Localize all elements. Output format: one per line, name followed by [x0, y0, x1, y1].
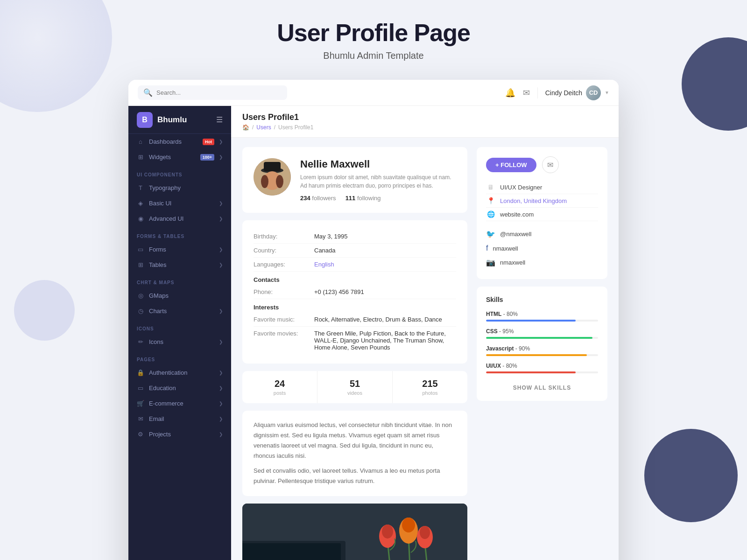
- sidebar-item-forms[interactable]: ▭ Forms ❯: [128, 242, 231, 257]
- detail-birthday: Birthday: May 3, 1995: [254, 230, 456, 244]
- detail-country: Country: Canada: [254, 244, 456, 258]
- chevron-icon: ❯: [219, 201, 223, 206]
- divider: [537, 87, 538, 98]
- section-label-forms: Forms & Tables: [128, 226, 231, 242]
- location-value: London, United Kingdom: [500, 197, 567, 204]
- search-input[interactable]: [156, 89, 282, 96]
- sidebar-item-typography[interactable]: T Typography: [128, 180, 231, 196]
- sidebar-label: Widgets: [149, 154, 196, 161]
- svg-point-15: [402, 518, 415, 532]
- sidebar-label: Authentication: [149, 369, 214, 376]
- advanced-ui-icon: ◉: [137, 215, 144, 222]
- mail-button[interactable]: ✉: [542, 156, 559, 173]
- breadcrumb: 🏠 / Users / Users Profile1: [242, 124, 607, 131]
- notification-icon[interactable]: 🔔: [505, 88, 515, 98]
- skill-uiux-bar-fill: [486, 371, 576, 373]
- profile-name: Nellie Maxwell: [300, 158, 456, 170]
- breadcrumb-current: Users Profile1: [278, 124, 313, 131]
- sidebar-label: Projects: [149, 431, 214, 438]
- phone-value: +0 (123) 456 7891: [314, 288, 364, 295]
- topbar-icons: 🔔 ✉ Cindy Deitch CD ▼: [505, 85, 609, 100]
- chevron-icon: ❯: [219, 216, 223, 221]
- monitor-icon: 🖥: [486, 183, 495, 191]
- typography-icon: T: [137, 184, 144, 191]
- movies-value: The Green Mile, Pulp Fiction, Back to th…: [314, 330, 456, 351]
- chevron-icon: ❯: [219, 401, 223, 406]
- sidebar-item-gmaps[interactable]: ◎ GMaps: [128, 288, 231, 303]
- sidebar-item-ecommerce[interactable]: 🛒 E-commerce ❯: [128, 396, 231, 411]
- education-icon: ▭: [137, 385, 144, 392]
- posts-number: 24: [250, 378, 310, 389]
- skill-html-label: HTML - 80%: [486, 311, 598, 317]
- search-bar[interactable]: 🔍: [138, 85, 287, 100]
- chevron-icon: ❯: [219, 370, 223, 375]
- chevron-icon: ❯: [219, 154, 223, 160]
- sidebar-item-email[interactable]: ✉ Email ❯: [128, 411, 231, 427]
- sidebar-item-basic-ui[interactable]: ◈ Basic UI ❯: [128, 196, 231, 211]
- skill-css: CSS - 95%: [486, 328, 598, 339]
- detail-languages: Languages: English: [254, 258, 456, 272]
- projects-icon: ⚙: [137, 431, 144, 438]
- browser-window: 🔍 🔔 ✉ Cindy Deitch CD ▼ B Bhumlu: [128, 80, 619, 560]
- profile-image-card: [242, 504, 467, 560]
- facebook-row: f nmaxwell: [486, 241, 598, 255]
- user-menu[interactable]: Cindy Deitch CD ▼: [545, 85, 609, 100]
- social-links: 🐦 @nmaxwell f nmaxwell 📷 nmaxwell: [486, 227, 598, 270]
- sidebar-label: Email: [149, 415, 214, 422]
- skill-uiux-label: UI/UX - 80%: [486, 363, 598, 369]
- sidebar-item-tables[interactable]: ⊞ Tables ❯: [128, 257, 231, 273]
- photos-label: photos: [400, 390, 460, 396]
- svg-point-5: [276, 175, 283, 188]
- chevron-icon: ❯: [219, 308, 223, 314]
- sidebar-label: Advanced UI: [149, 215, 214, 222]
- chevron-icon: ❯: [219, 262, 223, 267]
- skill-html-bar-bg: [486, 320, 598, 322]
- facebook-handle: nmaxwell: [493, 245, 518, 252]
- location-icon: 📍: [486, 197, 495, 204]
- chevron-icon: ❯: [219, 139, 223, 144]
- profile-content-area: Nellie Maxwell Lorem ipsum dolor sit ame…: [231, 138, 619, 560]
- chevron-icon: ❯: [219, 385, 223, 391]
- sidebar-item-dashboards[interactable]: ⌂ Dashboards Hot ❯: [128, 134, 231, 149]
- hamburger-icon[interactable]: ☰: [216, 115, 223, 124]
- breadcrumb-home[interactable]: 🏠: [242, 124, 249, 131]
- show-all-skills-button[interactable]: SHOW ALL SKILLS: [486, 380, 598, 391]
- forms-icon: ▭: [137, 246, 144, 253]
- count-badge: 100+: [200, 154, 214, 161]
- skill-uiux-bar-bg: [486, 371, 598, 373]
- chevron-icon: ❯: [219, 416, 223, 421]
- search-icon: 🔍: [143, 88, 153, 97]
- skill-js-bar-fill: [486, 354, 587, 356]
- profile-info: Nellie Maxwell Lorem ipsum dolor sit ame…: [300, 158, 456, 202]
- detail-phone: Phone: +0 (123) 456 7891: [254, 285, 456, 299]
- follow-row: + FOLLOW ✉: [486, 156, 598, 173]
- svg-point-13: [382, 525, 393, 539]
- avatar: CD: [586, 85, 601, 100]
- widgets-icon: ⊞: [137, 154, 144, 161]
- app-layout: B Bhumlu ☰ ⌂ Dashboards Hot ❯ ⊞ Widgets …: [128, 106, 619, 560]
- tulip-image: [242, 504, 467, 560]
- detail-music: Favorite music: Rock, Alternative, Elect…: [254, 313, 456, 327]
- avatar-illustration: [254, 158, 291, 196]
- instagram-icon: 📷: [486, 258, 495, 267]
- sidebar-item-projects[interactable]: ⚙ Projects ❯: [128, 427, 231, 442]
- sidebar-item-advanced-ui[interactable]: ◉ Advanced UI ❯: [128, 211, 231, 226]
- sidebar-item-education[interactable]: ▭ Education ❯: [128, 380, 231, 396]
- sidebar-item-widgets[interactable]: ⊞ Widgets 100+ ❯: [128, 149, 231, 165]
- interests-title: Interests: [254, 299, 456, 313]
- follow-card: + FOLLOW ✉ 🖥 UI/UX Designer 📍 London, Un…: [477, 147, 607, 279]
- sidebar-item-icons[interactable]: ✏ Icons ❯: [128, 334, 231, 350]
- follow-button[interactable]: + FOLLOW: [486, 158, 536, 172]
- sidebar-item-authentication[interactable]: 🔒 Authentication ❯: [128, 365, 231, 380]
- mail-icon[interactable]: ✉: [523, 88, 530, 98]
- breadcrumb-users[interactable]: Users: [256, 124, 271, 131]
- skill-javascript: Javascript - 90%: [486, 345, 598, 356]
- chevron-icon: ❯: [219, 247, 223, 252]
- dashboards-icon: ⌂: [137, 138, 144, 145]
- tulip-svg: [242, 504, 467, 560]
- profile-bio: Lorem ipsum dolor sit amet, nibh suavita…: [300, 173, 456, 190]
- sidebar-label: E-commerce: [149, 400, 214, 407]
- sidebar-item-charts[interactable]: ◷ Charts ❯: [128, 303, 231, 319]
- sidebar-label: Dashboards: [149, 138, 198, 145]
- videos-label: videos: [325, 390, 385, 396]
